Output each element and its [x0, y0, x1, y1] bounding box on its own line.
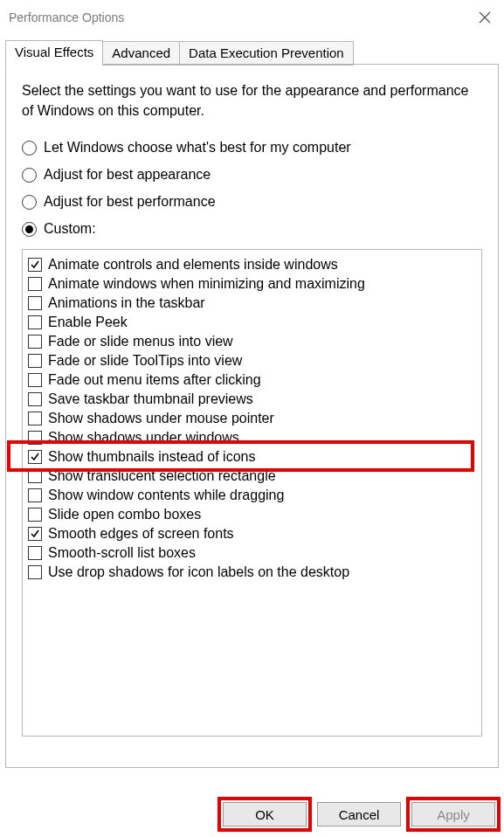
option-label: Smooth-scroll list boxes	[48, 545, 196, 561]
option-label: Enable Peek	[48, 315, 128, 330]
window-title: Performance Options	[9, 10, 124, 24]
option-label: Smooth edges of screen fonts	[48, 526, 234, 542]
list-item[interactable]: Animate controls and elements inside win…	[26, 255, 478, 274]
option-label: Animate windows when minimizing and maxi…	[48, 276, 365, 292]
checkbox-icon	[28, 296, 42, 310]
radio-option[interactable]: Custom:	[22, 221, 482, 237]
checkbox-icon	[28, 412, 42, 425]
checkbox-icon	[28, 258, 42, 272]
option-label: Fade out menu items after clicking	[48, 372, 261, 388]
checkbox-icon	[28, 315, 42, 329]
list-item[interactable]: Fade or slide ToolTips into view	[26, 351, 478, 370]
option-label: Animations in the taskbar	[48, 295, 205, 311]
titlebar: Performance Options	[0, 0, 504, 33]
cancel-button[interactable]: Cancel	[317, 802, 401, 827]
list-item[interactable]: Show thumbnails instead of icons	[26, 447, 478, 467]
radio-label: Custom:	[44, 221, 96, 237]
list-item[interactable]: Use drop shadows for icon labels on the …	[26, 563, 478, 582]
list-item[interactable]: Fade out menu items after clicking	[26, 370, 478, 390]
list-item[interactable]: Animate windows when minimizing and maxi…	[26, 274, 478, 294]
radio-icon	[22, 195, 37, 210]
dialog-buttons: OKCancelApply	[223, 802, 495, 827]
tab-panel-visual-effects: Select the settings you want to use for …	[5, 64, 499, 768]
list-item[interactable]: Slide open combo boxes	[26, 505, 478, 524]
checkbox-icon	[28, 277, 42, 291]
intro-text: Select the settings you want to use for …	[22, 80, 482, 121]
tab-visual-effects[interactable]: Visual Effects	[5, 40, 103, 65]
option-label: Use drop shadows for icon labels on the …	[48, 564, 349, 580]
option-label: Show window contents while dragging	[48, 488, 284, 503]
list-item[interactable]: Smooth-scroll list boxes	[26, 543, 478, 563]
list-item[interactable]: Animations in the taskbar	[26, 294, 478, 313]
radio-icon	[22, 222, 37, 237]
list-item[interactable]: Enable Peek	[26, 313, 478, 332]
list-item[interactable]: Show shadows under mouse pointer	[26, 409, 478, 428]
ok-button[interactable]: OK	[223, 802, 307, 827]
list-item[interactable]: Fade or slide menus into view	[26, 332, 478, 351]
option-label: Slide open combo boxes	[48, 507, 201, 522]
checkbox-icon	[28, 565, 42, 579]
radio-option[interactable]: Adjust for best performance	[22, 194, 482, 210]
list-item[interactable]: Show window contents while dragging	[26, 486, 478, 505]
apply-button[interactable]: Apply	[411, 802, 495, 827]
checkbox-icon	[28, 546, 42, 560]
tab-data-execution-prevention[interactable]: Data Execution Prevention	[179, 41, 354, 66]
radio-group: Let Windows choose what's best for my co…	[22, 140, 482, 237]
tab-advanced[interactable]: Advanced	[102, 41, 180, 66]
radio-option[interactable]: Adjust for best appearance	[22, 167, 482, 183]
radio-icon	[22, 141, 37, 156]
tabstrip: Visual EffectsAdvancedData Execution Pre…	[5, 40, 504, 65]
checkbox-icon	[28, 450, 42, 464]
option-label: Save taskbar thumbnail previews	[48, 391, 253, 407]
option-label: Show shadows under windows	[48, 430, 239, 446]
options-list: Animate controls and elements inside win…	[22, 249, 482, 737]
checkbox-icon	[28, 373, 42, 387]
radio-option[interactable]: Let Windows choose what's best for my co…	[22, 140, 482, 156]
checkbox-icon	[28, 354, 42, 368]
close-icon[interactable]	[474, 7, 495, 28]
list-item[interactable]: Smooth edges of screen fonts	[26, 524, 478, 543]
radio-icon	[22, 168, 37, 183]
option-label: Show translucent selection rectangle	[48, 468, 276, 484]
checkbox-icon	[28, 431, 42, 445]
checkbox-icon	[28, 508, 42, 522]
checkbox-icon	[28, 488, 42, 502]
option-label: Animate controls and elements inside win…	[48, 257, 338, 273]
checkbox-icon	[28, 335, 42, 349]
option-label: Show shadows under mouse pointer	[48, 411, 274, 426]
checkbox-icon	[28, 392, 42, 406]
radio-label: Let Windows choose what's best for my co…	[44, 140, 351, 156]
radio-label: Adjust for best performance	[44, 194, 216, 210]
list-item[interactable]: Save taskbar thumbnail previews	[26, 390, 478, 409]
checkbox-icon	[28, 527, 42, 541]
option-label: Fade or slide menus into view	[48, 334, 233, 349]
checkbox-icon	[28, 469, 42, 483]
list-item[interactable]: Show translucent selection rectangle	[26, 467, 478, 486]
option-label: Show thumbnails instead of icons	[48, 449, 255, 465]
radio-label: Adjust for best appearance	[44, 167, 211, 183]
option-label: Fade or slide ToolTips into view	[48, 353, 242, 369]
list-item[interactable]: Show shadows under windows	[26, 428, 478, 447]
